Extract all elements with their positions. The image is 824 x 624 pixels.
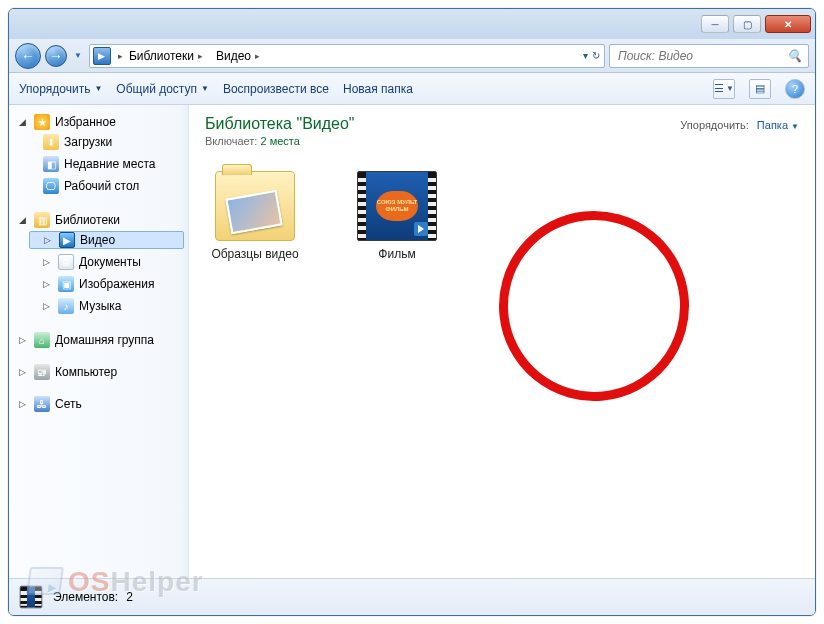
recent-icon: ◧ bbox=[43, 156, 59, 172]
content-pane[interactable]: Библиотека "Видео" Включает: 2 места Упо… bbox=[189, 105, 815, 578]
video-file-item[interactable]: СОЮЗ МУЛЬТ ФИЛЬМ Фильм bbox=[347, 171, 447, 261]
star-icon: ★ bbox=[34, 114, 50, 130]
watermark-icon bbox=[26, 567, 64, 595]
image-icon: ▣ bbox=[58, 276, 74, 292]
tree-item-downloads[interactable]: ⬇ Загрузки bbox=[29, 133, 188, 151]
video-library-icon: ▶ bbox=[93, 47, 111, 65]
computer-icon: 🖳 bbox=[34, 364, 50, 380]
play-all-button[interactable]: Воспроизвести все bbox=[223, 82, 329, 96]
expand-icon[interactable]: ▷ bbox=[43, 301, 53, 311]
library-subtitle: Включает: 2 места bbox=[205, 135, 799, 147]
nav-back-button[interactable]: ← bbox=[15, 43, 41, 69]
tree-item-recent[interactable]: ◧ Недавние места bbox=[29, 155, 188, 173]
explorer-window: ─ ▢ ✕ ← → ▼ ▶ ▸ Библиотеки ▸ Видео ▸ ▾ ↻… bbox=[8, 8, 816, 616]
breadcrumb-label: Библиотеки bbox=[129, 49, 194, 63]
download-folder-icon: ⬇ bbox=[43, 134, 59, 150]
watermark: OSHelper bbox=[28, 566, 204, 598]
search-icon: 🔍 bbox=[787, 49, 802, 63]
play-overlay-icon bbox=[414, 222, 428, 236]
tree-computer[interactable]: ▷ 🖳 Компьютер bbox=[19, 363, 188, 381]
chevron-down-icon: ▼ bbox=[94, 84, 102, 93]
share-menu[interactable]: Общий доступ▼ bbox=[116, 82, 209, 96]
refresh-icon[interactable]: ↻ bbox=[592, 50, 600, 61]
music-icon: ♪ bbox=[58, 298, 74, 314]
preview-pane-button[interactable]: ▤ bbox=[749, 79, 771, 99]
video-thumbnail-badge: СОЮЗ МУЛЬТ ФИЛЬМ bbox=[376, 191, 418, 221]
tree-item-desktop[interactable]: 🖵 Рабочий стол bbox=[29, 177, 188, 195]
collapse-icon[interactable]: ◢ bbox=[19, 215, 29, 225]
tree-item-video[interactable]: ▷ ▶ Видео bbox=[29, 231, 184, 249]
video-icon: ▶ bbox=[59, 232, 75, 248]
desktop-icon: 🖵 bbox=[43, 178, 59, 194]
document-icon: 🗎 bbox=[58, 254, 74, 270]
search-input[interactable] bbox=[616, 48, 783, 64]
arrange-by-menu[interactable]: Папка ▼ bbox=[757, 119, 799, 131]
minimize-button[interactable]: ─ bbox=[701, 15, 729, 33]
tree-item-music[interactable]: ▷ ♪ Музыка bbox=[29, 297, 188, 315]
folder-item[interactable]: Образцы видео bbox=[205, 171, 305, 261]
search-box[interactable]: 🔍 bbox=[609, 44, 809, 68]
breadcrumb-bar[interactable]: ▶ ▸ Библиотеки ▸ Видео ▸ ▾ ↻ bbox=[89, 44, 605, 68]
expand-icon[interactable]: ▷ bbox=[44, 235, 54, 245]
organize-menu[interactable]: Упорядочить▼ bbox=[19, 82, 102, 96]
includes-link[interactable]: 2 места bbox=[260, 135, 299, 147]
expand-icon[interactable]: ▷ bbox=[19, 335, 29, 345]
nav-forward-button[interactable]: → bbox=[45, 45, 67, 67]
help-button[interactable]: ? bbox=[785, 79, 805, 99]
nav-history-dropdown[interactable]: ▼ bbox=[71, 51, 85, 60]
tree-homegroup[interactable]: ▷ ⌂ Домашняя группа bbox=[19, 331, 188, 349]
navigation-pane: ◢ ★ Избранное ⬇ Загрузки ◧ Недавние мест… bbox=[9, 105, 189, 578]
breadcrumb-segment[interactable]: Библиотеки ▸ bbox=[123, 45, 210, 67]
explorer-body: ◢ ★ Избранное ⬇ Загрузки ◧ Недавние мест… bbox=[9, 105, 815, 579]
expand-icon[interactable]: ▷ bbox=[19, 399, 29, 409]
chevron-right-icon: ▸ bbox=[255, 51, 260, 61]
tree-item-images[interactable]: ▷ ▣ Изображения bbox=[29, 275, 188, 293]
chevron-right-icon: ▸ bbox=[198, 51, 203, 61]
view-options-button[interactable]: ☰ ▼ bbox=[713, 79, 735, 99]
expand-icon[interactable]: ▷ bbox=[43, 279, 53, 289]
homegroup-icon: ⌂ bbox=[34, 332, 50, 348]
breadcrumb-label: Видео bbox=[216, 49, 251, 63]
close-button[interactable]: ✕ bbox=[765, 15, 811, 33]
tree-favorites[interactable]: ◢ ★ Избранное bbox=[19, 113, 188, 131]
folder-icon bbox=[215, 171, 295, 241]
maximize-button[interactable]: ▢ bbox=[733, 15, 761, 33]
navigation-row: ← → ▼ ▶ ▸ Библиотеки ▸ Видео ▸ ▾ ↻ 🔍 bbox=[9, 39, 815, 73]
item-label: Образцы видео bbox=[205, 247, 305, 261]
tree-item-documents[interactable]: ▷ 🗎 Документы bbox=[29, 253, 188, 271]
breadcrumb-segment[interactable]: Видео ▸ bbox=[210, 45, 267, 67]
items-grid: Образцы видео СОЮЗ МУЛЬТ ФИЛЬМ Фильм bbox=[205, 171, 799, 261]
arrange-by: Упорядочить: Папка ▼ bbox=[680, 119, 799, 131]
expand-icon[interactable]: ▷ bbox=[19, 367, 29, 377]
network-icon: 🖧 bbox=[34, 396, 50, 412]
chevron-down-icon: ▼ bbox=[791, 122, 799, 131]
expand-icon[interactable]: ▷ bbox=[43, 257, 53, 267]
command-bar: Упорядочить▼ Общий доступ▼ Воспроизвести… bbox=[9, 73, 815, 105]
breadcrumb-dropdown-icon[interactable]: ▾ bbox=[583, 50, 588, 61]
item-label: Фильм bbox=[347, 247, 447, 261]
tree-network[interactable]: ▷ 🖧 Сеть bbox=[19, 395, 188, 413]
new-folder-button[interactable]: Новая папка bbox=[343, 82, 413, 96]
chevron-down-icon: ▼ bbox=[201, 84, 209, 93]
tree-libraries[interactable]: ◢ ▥ Библиотеки bbox=[19, 211, 188, 229]
libraries-icon: ▥ bbox=[34, 212, 50, 228]
collapse-icon[interactable]: ◢ bbox=[19, 117, 29, 127]
video-file-icon: СОЮЗ МУЛЬТ ФИЛЬМ bbox=[357, 171, 437, 241]
titlebar: ─ ▢ ✕ bbox=[9, 9, 815, 39]
